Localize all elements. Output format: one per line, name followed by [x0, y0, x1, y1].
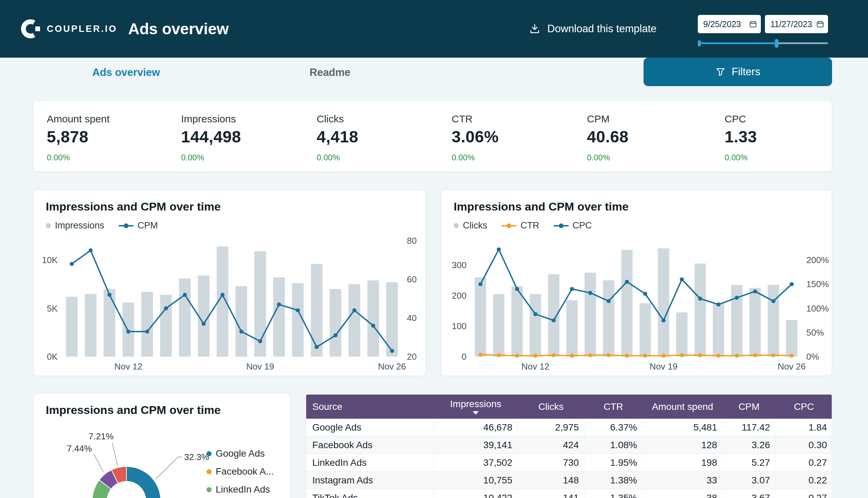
point-cpc[interactable]	[698, 297, 702, 301]
point-cpm[interactable]	[258, 339, 262, 343]
bar-clicks[interactable]	[566, 300, 577, 357]
bar-impressions[interactable]	[273, 277, 285, 357]
bar-clicks[interactable]	[530, 294, 541, 357]
bar-clicks[interactable]	[658, 249, 669, 357]
table-header-impressions[interactable]: Impressions	[434, 395, 518, 419]
point-ctr[interactable]	[588, 353, 592, 357]
bar-impressions[interactable]	[66, 297, 78, 357]
point-ctr[interactable]	[643, 354, 647, 358]
point-cpm[interactable]	[126, 329, 130, 333]
point-cpm[interactable]	[145, 329, 149, 333]
point-ctr[interactable]	[790, 354, 794, 358]
point-cpm[interactable]	[277, 302, 281, 306]
bar-clicks[interactable]	[511, 287, 523, 357]
bar-impressions[interactable]	[179, 278, 190, 357]
point-cpm[interactable]	[164, 306, 168, 311]
bar-clicks[interactable]	[603, 280, 614, 357]
point-cpm[interactable]	[296, 308, 300, 312]
point-cpm[interactable]	[70, 262, 74, 266]
bar-impressions[interactable]	[348, 284, 360, 357]
point-ctr[interactable]	[680, 353, 684, 357]
legend-item-google-ads[interactable]: Google Ads	[207, 448, 276, 459]
table-header-clicks[interactable]: Clicks	[518, 395, 584, 419]
bar-clicks[interactable]	[713, 303, 724, 357]
point-cpc[interactable]	[533, 312, 537, 316]
point-ctr[interactable]	[570, 354, 574, 358]
table-header-amount-spend[interactable]: Amount spend	[643, 395, 723, 419]
point-ctr[interactable]	[552, 353, 556, 357]
point-cpc[interactable]	[680, 277, 684, 281]
table-header-cpc[interactable]: CPC	[775, 395, 832, 419]
slider-handle-right[interactable]	[775, 39, 778, 48]
point-cpc[interactable]	[735, 296, 739, 300]
point-cpc[interactable]	[588, 291, 592, 295]
date-start-input[interactable]: 9/25/2023	[698, 15, 761, 33]
point-cpc[interactable]	[643, 292, 647, 296]
bar-impressions[interactable]	[367, 280, 379, 357]
table-header-source[interactable]: Source	[306, 395, 434, 419]
point-cpm[interactable]	[220, 293, 224, 297]
point-cpc[interactable]	[716, 302, 721, 306]
point-ctr[interactable]	[698, 353, 702, 357]
point-cpm[interactable]	[371, 324, 375, 328]
point-cpm[interactable]	[183, 293, 187, 297]
bar-clicks[interactable]	[621, 250, 632, 357]
bar-impressions[interactable]	[141, 292, 153, 357]
point-cpc[interactable]	[497, 248, 501, 251]
point-ctr[interactable]	[607, 353, 611, 357]
bar-impressions[interactable]	[104, 289, 115, 357]
point-ctr[interactable]	[753, 353, 757, 357]
bar-impressions[interactable]	[198, 276, 209, 357]
bar-clicks[interactable]	[475, 277, 486, 357]
point-ctr[interactable]	[497, 353, 501, 357]
legend-item-facebook-a[interactable]: Facebook A...	[207, 466, 276, 477]
point-ctr[interactable]	[625, 354, 629, 358]
date-end-input[interactable]: 11/27/2023	[765, 15, 828, 33]
table-header-cpm[interactable]: CPM	[723, 395, 775, 419]
filters-button[interactable]: Filters	[644, 57, 832, 86]
point-ctr[interactable]	[735, 354, 739, 358]
point-cpm[interactable]	[352, 308, 356, 312]
bar-clicks[interactable]	[548, 274, 559, 357]
bar-clicks[interactable]	[694, 264, 706, 357]
point-ctr[interactable]	[661, 354, 666, 358]
bar-clicks[interactable]	[786, 320, 797, 357]
point-cpm[interactable]	[202, 322, 206, 326]
tab-ads-overview[interactable]: Ads overview	[92, 57, 160, 88]
bar-clicks[interactable]	[640, 303, 651, 357]
bar-clicks[interactable]	[676, 313, 687, 357]
bar-impressions[interactable]	[292, 283, 303, 357]
coupler-logo[interactable]: COUPLER.IO	[20, 0, 117, 57]
point-cpm[interactable]	[315, 345, 319, 349]
slider-handle-left[interactable]	[698, 40, 701, 47]
donut-slice-google-ads[interactable]	[127, 467, 161, 498]
point-cpm[interactable]	[107, 293, 111, 297]
table-header-ctr[interactable]: CTR	[584, 395, 643, 419]
legend-item-linkedin-ads[interactable]: LinkedIn Ads	[207, 484, 276, 495]
bar-impressions[interactable]	[311, 264, 323, 357]
bar-impressions[interactable]	[236, 286, 247, 357]
point-cpc[interactable]	[771, 299, 775, 303]
point-cpm[interactable]	[89, 249, 93, 252]
point-cpc[interactable]	[661, 318, 666, 323]
point-cpc[interactable]	[515, 287, 519, 291]
point-cpm[interactable]	[390, 349, 394, 353]
bar-impressions[interactable]	[160, 295, 172, 357]
date-range-slider[interactable]	[698, 39, 828, 48]
bar-impressions[interactable]	[330, 289, 341, 357]
point-ctr[interactable]	[478, 353, 483, 357]
bar-impressions[interactable]	[85, 294, 96, 357]
point-ctr[interactable]	[515, 354, 519, 358]
point-cpc[interactable]	[625, 280, 629, 284]
point-cpc[interactable]	[570, 287, 574, 291]
bar-clicks[interactable]	[768, 285, 779, 357]
point-cpc[interactable]	[790, 282, 794, 286]
point-cpc[interactable]	[478, 282, 483, 286]
point-cpm[interactable]	[334, 333, 338, 337]
bar-clicks[interactable]	[493, 294, 504, 357]
point-cpc[interactable]	[753, 289, 757, 293]
point-ctr[interactable]	[771, 353, 775, 357]
tab-readme[interactable]: Readme	[310, 57, 351, 88]
point-ctr[interactable]	[533, 354, 537, 358]
bar-clicks[interactable]	[749, 288, 761, 357]
